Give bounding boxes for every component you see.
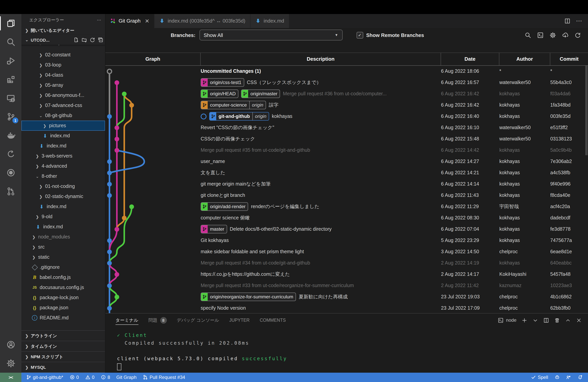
- commit-row-17[interactable]: Merge pull request #34 from ut-code/git-…: [105, 257, 588, 269]
- status-item-Spell[interactable]: Spell: [531, 375, 548, 380]
- activity-item-pull-requests[interactable]: [0, 182, 21, 201]
- activity-item-gitlens[interactable]: [0, 145, 21, 163]
- commit-row-16[interactable]: make sidebar foldable and set prism them…: [105, 246, 588, 257]
- tab-git[interactable]: Git Graph✕: [105, 14, 154, 28]
- tree-item-babel.config.js[interactable]: Bbabel.config.js: [21, 272, 105, 282]
- activity-item-source-control[interactable]: 1: [0, 107, 21, 126]
- tree-item-02-static-dynamic[interactable]: ❯02-static-dynamic: [21, 191, 105, 202]
- activity-item-explorer[interactable]: [0, 14, 21, 33]
- commit-row-10[interactable]: git merge origin mainなどを加筆6 Aug 2022 14:…: [105, 178, 588, 190]
- commit-row-21[interactable]: specify Node version23 Jul 2022 17:09che…: [105, 302, 588, 313]
- tree-item-08-git-github[interactable]: ⌄08-git-github: [21, 110, 105, 121]
- search-icon[interactable]: [525, 32, 531, 39]
- activity-item-run-debug[interactable]: [0, 51, 21, 70]
- commit-row-15[interactable]: Git kokhayas5 Aug 2022 23:29kokhayas7475…: [105, 235, 588, 246]
- chevron-down-icon[interactable]: [532, 318, 538, 323]
- branch-badge-origin/css-test1[interactable]: origin/css-test1: [201, 78, 244, 87]
- tree-item-01-not-coding[interactable]: ❯01-not-coding: [21, 181, 105, 191]
- show-remote-branches-checkbox[interactable]: ✓: [357, 32, 363, 39]
- tree-item-02-constant[interactable]: ❯02-constant: [21, 50, 105, 60]
- status-item-git-and-github*[interactable]: git-and-github*: [26, 375, 63, 380]
- tree-item-07-advanced-css[interactable]: ❯07-advanced-css: [21, 100, 105, 110]
- tree-item-node-modules[interactable]: ❯node_modules: [21, 232, 105, 242]
- status-item-Pull Request #34[interactable]: Pull Request #34: [143, 375, 185, 380]
- tree-item-package-lock.json[interactable]: {}package-lock.json: [21, 293, 105, 303]
- terminal-output[interactable]: ✓ Client Compiled successfully in 202.08…: [105, 327, 588, 373]
- panel-tab-デバッグ コンソール[interactable]: デバッグ コンソール: [177, 314, 219, 327]
- chevron-up-icon[interactable]: [565, 318, 571, 323]
- tab-index.md[interactable]: index.md: [251, 14, 289, 28]
- status-item-0[interactable]: 0: [69, 375, 79, 380]
- tree-item-index.md[interactable]: ⬇index.md: [21, 141, 105, 151]
- commit-row-0[interactable]: Uncommitted Changes (1)6 Aug 2022 18:06*…: [105, 65, 588, 77]
- branch-badge-git-and-github[interactable]: git-and-githuborigin: [209, 112, 269, 121]
- plus-icon[interactable]: [522, 318, 527, 323]
- sidebar-section-アウトライン[interactable]: ❯アウトライン: [21, 331, 105, 341]
- tree-item-4-advanced[interactable]: ❯4-advanced: [21, 161, 105, 171]
- commit-row-13[interactable]: computer science 俯瞰6 Aug 2022 08:30kokha…: [105, 212, 588, 223]
- column-header-author[interactable]: Author: [499, 53, 550, 65]
- branch-badge-origin/master[interactable]: origin/master: [241, 89, 280, 98]
- tree-item-index.md[interactable]: ⬇index.md: [21, 202, 105, 212]
- more-actions-icon[interactable]: ⋯: [97, 17, 101, 22]
- tree-item-pictures[interactable]: ❯pictures: [21, 121, 105, 131]
- commit-row-3[interactable]: computer-scienceorigin誤字6 Aug 2022 16:42…: [105, 99, 588, 111]
- activity-item-account[interactable]: [0, 335, 21, 354]
- branch-badge-computer-science[interactable]: computer-scienceorigin: [201, 101, 266, 109]
- tree-item-.gitignore[interactable]: .gitignore: [21, 262, 105, 272]
- tree-item-01-inspector[interactable]: ❯01-inspector: [21, 45, 105, 50]
- panel-tab-問題[interactable]: 問題8: [148, 314, 167, 327]
- status-item-0[interactable]: 0: [85, 375, 94, 380]
- tree-item-src[interactable]: ❯src: [21, 242, 105, 252]
- commit-row-5[interactable]: Revert "CSSの節の画像チェック"6 Aug 2022 16:10wat…: [105, 122, 588, 133]
- commit-row-19[interactable]: Merge pull request #33 from ut-code/reor…: [105, 280, 588, 291]
- branch-badge-origin/reorganize-for-summer-curriculum[interactable]: origin/reorganize-for-summer-curriculum: [201, 293, 296, 301]
- column-header-graph[interactable]: Graph: [105, 53, 201, 65]
- split-panel-icon[interactable]: [543, 318, 549, 323]
- status-item-feedback-icon[interactable]: [566, 375, 571, 380]
- sidebar-section-MYSQL[interactable]: ❯MYSQL: [21, 362, 105, 373]
- branches-dropdown[interactable]: Show All ▼: [199, 30, 342, 41]
- remote-indicator[interactable]: ><: [0, 373, 21, 382]
- activity-item-docker[interactable]: [0, 126, 21, 145]
- tree-item-static[interactable]: ❯static: [21, 252, 105, 262]
- tree-item-05-array[interactable]: ❯05-array: [21, 80, 105, 90]
- panel-tab-ターミナル[interactable]: ターミナル: [116, 314, 138, 327]
- workspace-header[interactable]: ⌄ UTCOD...: [21, 35, 105, 45]
- status-item-8[interactable]: 8: [101, 375, 110, 380]
- commit-row-1[interactable]: origin/css-test1CSS（フレックスボックスまで）6 Aug 20…: [105, 77, 588, 88]
- new-file-icon[interactable]: [72, 36, 79, 43]
- sidebar-section-NPM スクリプト[interactable]: ❯NPM スクリプト: [21, 352, 105, 362]
- open-editors-section[interactable]: ❯ 開いているエディター: [21, 26, 105, 35]
- tree-item-06-anonymous-f...[interactable]: ❯06-anonymous-f...: [21, 90, 105, 100]
- column-header-date[interactable]: Date: [441, 53, 499, 65]
- tree-item-index.md[interactable]: ⬇index.md: [21, 131, 105, 141]
- activity-item-search[interactable]: [0, 33, 21, 51]
- activity-item-remote-explorer[interactable]: [0, 89, 21, 107]
- tab-index.md[interactable]: index.md (003fe35d^ ↔ 003fe35d): [154, 14, 250, 28]
- sidebar-section-タイムライン[interactable]: ❯タイムライン: [21, 341, 105, 352]
- tree-item-9-old[interactable]: ❯9-old: [21, 212, 105, 222]
- cloud-download-icon[interactable]: [562, 32, 568, 39]
- tree-item-8-other[interactable]: ⌄8-other: [21, 171, 105, 181]
- status-item-Git Graph[interactable]: Git Graph: [116, 375, 136, 380]
- commit-row-12[interactable]: origin/add-renderrenderのページを編集しました6 Aug …: [105, 201, 588, 212]
- activity-item-settings[interactable]: [0, 354, 21, 373]
- new-folder-icon[interactable]: [81, 36, 87, 43]
- refresh-icon[interactable]: [89, 36, 96, 43]
- more-actions-icon[interactable]: ⋯: [576, 17, 583, 25]
- close-icon[interactable]: [576, 318, 582, 323]
- status-item-copilot-icon[interactable]: [554, 375, 560, 380]
- tree-item-index.md[interactable]: ⬇index.md: [21, 222, 105, 232]
- commit-row-4[interactable]: git-and-githuboriginkokhayas6 Aug 2022 1…: [105, 111, 588, 122]
- refresh-icon[interactable]: [574, 32, 581, 39]
- trash-icon[interactable]: [554, 318, 560, 323]
- commit-row-11[interactable]: git cloneとgit branch6 Aug 2022 11:43kokh…: [105, 190, 588, 201]
- shell-selector[interactable]: node: [498, 318, 516, 323]
- commit-row-14[interactable]: masterDelete docs/8-other/02-static-dyna…: [105, 223, 588, 235]
- collapse-all-icon[interactable]: [97, 36, 104, 43]
- activity-item-extensions[interactable]: [0, 70, 21, 89]
- tree-item-readme.md[interactable]: iREADME.md: [21, 313, 105, 323]
- commit-row-9[interactable]: 文を直した6 Aug 2022 14:21kokhayasa4c538fb: [105, 167, 588, 178]
- branch-badge-master[interactable]: master: [201, 225, 227, 233]
